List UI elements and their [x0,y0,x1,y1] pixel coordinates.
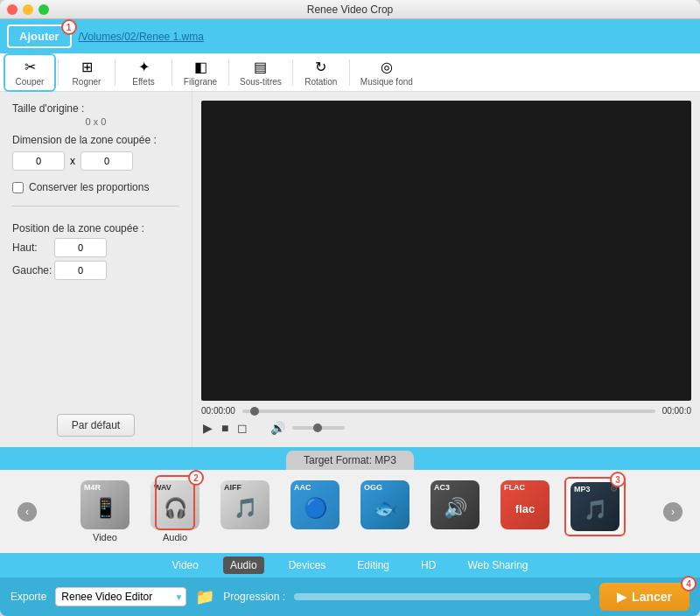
format-item-m4r[interactable]: M4R 📱 Video [74,477,136,546]
crop-icon: ⊞ [81,59,93,75]
cat-tab-hd[interactable]: HD [414,556,443,574]
cat-tab-devices[interactable]: Devices [282,556,333,574]
timeline-thumb [250,407,259,416]
category-tabs: Video Audio Devices Editing HD Web Shari… [0,553,700,578]
format-label-m4r: Video [93,532,117,542]
screenshot-button[interactable]: ◻ [235,419,249,437]
progression-bar [294,593,591,600]
controls-row: ▶ ■ ◻ 🔊 [201,419,691,437]
format-area: ‹ M4R 📱 Video WAV 🎧 2 [0,470,700,553]
maximize-button[interactable] [38,4,49,15]
badge-4: 4 [681,576,696,592]
format-icon-ogg: OGG 🐟 [360,480,410,529]
toolbar-rogner[interactable]: ⊞ Rogner [60,55,113,90]
haut-input[interactable] [54,238,107,257]
format-item-ogg[interactable]: OGG 🐟 [354,477,416,533]
format-icon-aiff: AIFF 🎵 [220,480,270,529]
time-start: 00:00:00 [201,406,235,416]
format-icon-aac: AAC 🔵 [290,480,340,529]
subtitles-icon: ▤ [254,59,267,75]
target-format-tab: Target Format: MP3 [286,451,414,470]
timeline-track[interactable] [242,410,655,413]
progression-label: Progression : [223,591,285,603]
playback-controls: 00:00:00 00:00:0 ▶ ■ ◻ 🔊 [201,401,691,438]
lancer-button[interactable]: ▶ Lancer 4 [599,583,690,611]
scissors-icon: ✂ [24,59,36,75]
stop-button[interactable]: ■ [220,419,230,437]
dim-height-input[interactable] [80,151,133,171]
format-item-ac3[interactable]: AC3 🔊 [424,477,486,533]
format-item-aac[interactable]: AAC 🔵 [284,477,346,533]
export-label: Exporte [10,591,46,603]
format-item-flac[interactable]: FLAC flac [494,477,556,533]
format-item-wav[interactable]: WAV 🎧 2 Audio [144,477,206,546]
nav-prev-button[interactable]: ‹ [18,502,37,522]
format-item-aiff[interactable]: AIFF 🎵 [214,477,276,533]
nav-next-button[interactable]: › [663,502,682,522]
lancer-label: Lancer [632,590,672,604]
toolbar-sep-5 [292,60,293,86]
format-label-wav: Audio [163,532,187,542]
toolbar-couper[interactable]: ✂ Couper [4,53,56,92]
badge-3: 3 [610,472,626,487]
toolbar-effets[interactable]: ✦ Effets [117,55,170,90]
cat-tab-audio[interactable]: Audio [223,556,264,574]
toolbar: ✂ Couper ⊞ Rogner ✦ Effets ◧ Filigrane ▤… [0,53,700,92]
video-area: 00:00:00 00:00:0 ▶ ■ ◻ 🔊 [192,92,700,447]
gauche-label: Gauche: [12,264,47,276]
dim-width-input[interactable] [12,151,65,171]
toolbar-sep-1 [58,60,59,86]
gauche-input[interactable] [54,261,107,280]
file-bar: Ajouter 1 /Volumes/02/Renee 1.wma [0,19,700,53]
toolbar-soustitres[interactable]: ▤ Sous-titres [231,55,290,90]
add-button[interactable]: Ajouter 1 [7,24,72,48]
music-icon: ◎ [381,59,393,75]
toolbar-filigrane[interactable]: ◧ Filigrane [174,55,227,90]
effects-icon: ✦ [138,59,150,75]
toolbar-sep-3 [172,60,172,86]
time-end: 00:00:0 [662,406,691,416]
cat-tab-websharing[interactable]: Web Sharing [460,556,535,574]
position-label: Position de la zone coupée : [12,222,179,234]
folder-icon[interactable]: 📁 [195,587,214,606]
toolbar-sep-4 [228,60,229,86]
timeline: 00:00:00 00:00:0 [201,406,691,416]
origin-size-value: 0 x 0 [12,116,179,127]
proportions-checkbox[interactable] [12,182,24,193]
volume-thumb [313,424,322,432]
export-bar: Exporte Renee Video Editor ▼ 📁 Progressi… [0,578,700,616]
window-controls [7,4,49,15]
format-icon-m4r: M4R 📱 [80,480,130,529]
video-player [201,101,691,401]
minimize-button[interactable] [23,4,33,15]
watermark-icon: ◧ [194,59,207,75]
toolbar-rotation[interactable]: ↻ Rotation [295,55,347,90]
toolbar-musique[interactable]: ◎ Musique fond [352,55,422,90]
cat-tab-video[interactable]: Video [164,556,205,574]
close-button[interactable] [7,4,18,15]
default-button[interactable]: Par défaut [57,414,135,437]
haut-label: Haut: [12,242,47,254]
panel-divider [12,206,179,206]
target-format-bar: Target Format: MP3 [0,447,700,470]
origin-label: Taille d'origine : [12,102,84,115]
format-icon-flac: FLAC flac [500,480,550,529]
bottom-section: Target Format: MP3 ‹ M4R 📱 Video WAV 🎧 [0,447,700,616]
toolbar-sep-6 [349,60,350,86]
main-content: Taille d'origine : 0 x 0 Dimension de la… [0,92,700,447]
app-window: Renee Video Crop Ajouter 1 /Volumes/02/R… [0,0,700,616]
volume-button[interactable]: 🔊 [269,419,287,437]
play-button[interactable]: ▶ [201,419,214,437]
export-select-wrapper: Renee Video Editor ▼ [55,587,186,606]
format-item-mp3[interactable]: MP3 🎵 ⚙ 3 [564,477,626,536]
dimension-label: Dimension de la zone coupée : [12,134,179,146]
file-path: /Volumes/02/Renee 1.wma [79,31,204,43]
proportions-label: Conserver les proportions [29,181,149,193]
cat-tab-editing[interactable]: Editing [350,556,396,574]
dim-separator: x [70,155,75,167]
volume-track[interactable] [292,426,345,430]
format-items: M4R 📱 Video WAV 🎧 2 Audio [42,477,658,546]
window-title: Renee Video Crop [307,4,394,16]
export-select[interactable]: Renee Video Editor [55,587,186,606]
left-panel: Taille d'origine : 0 x 0 Dimension de la… [0,92,192,447]
